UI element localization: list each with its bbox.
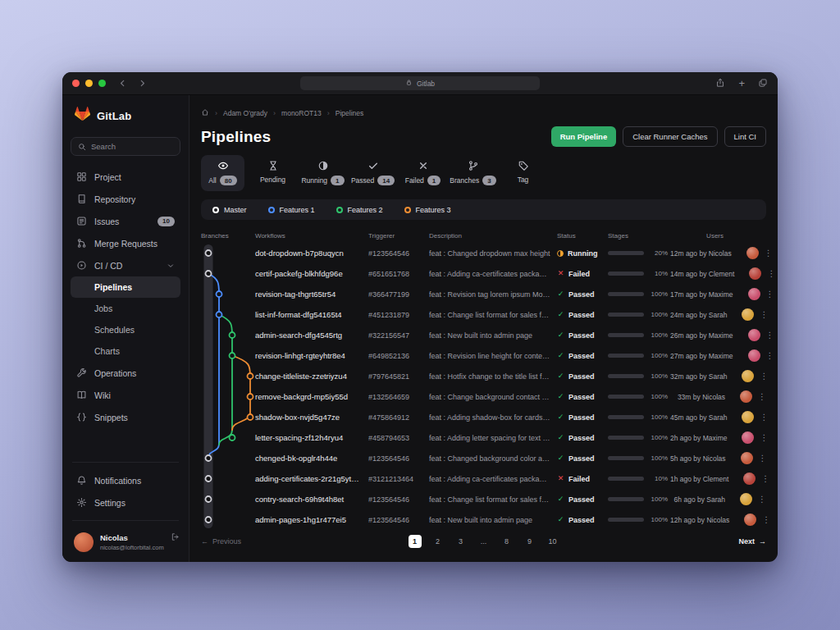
workflow-name[interactable]: remove-backgrd-mp5iy55d	[255, 392, 368, 401]
run-pipeline-button[interactable]: Run Pipeline	[551, 126, 617, 147]
page-number[interactable]: 9	[523, 535, 536, 548]
sidebar-item-issues[interactable]: Issues 10	[71, 210, 180, 232]
previous-page-button[interactable]: ←Previous	[201, 537, 241, 546]
page-number[interactable]: 8	[500, 535, 514, 548]
new-tab-button[interactable]: +	[738, 78, 745, 89]
logout-icon[interactable]	[171, 532, 180, 541]
table-row[interactable]: shadow-box-nvjd5g47ze #475864912 feat : …	[201, 407, 766, 427]
sidebar-item-wiki[interactable]: Wiki	[71, 384, 180, 406]
row-menu-button[interactable]: ⋮	[759, 454, 767, 463]
clear-runner-caches-button[interactable]: Clear Runner Caches	[623, 126, 717, 147]
breadcrumb-item-repo[interactable]: monoROT13	[281, 109, 322, 117]
brand[interactable]: GitLab	[71, 106, 180, 126]
triggerer-id[interactable]: #475864912	[368, 413, 429, 422]
table-row[interactable]: chenged-bk-opglr4h44e #123564546 feat : …	[201, 448, 766, 468]
row-menu-button[interactable]: ⋮	[758, 495, 766, 504]
row-menu-button[interactable]: ⋮	[761, 475, 769, 483]
table-row[interactable]: dot-dropdown-b7p8uqycn #123564546 feat :…	[201, 243, 766, 263]
maximize-window-button[interactable]	[98, 80, 106, 87]
triggerer-id[interactable]: #123564546	[368, 249, 429, 258]
tab-failed[interactable]: Failed1	[401, 155, 445, 191]
triggerer-id[interactable]: #3121213464	[368, 475, 429, 483]
home-icon[interactable]	[201, 108, 209, 118]
row-menu-button[interactable]: ⋮	[760, 372, 768, 381]
row-menu-button[interactable]: ⋮	[766, 352, 774, 360]
triggerer-id[interactable]: #451231879	[368, 311, 429, 319]
tab-all[interactable]: All80	[201, 155, 244, 191]
table-row[interactable]: admin-search-dfg4545rtg #322156547 feat …	[201, 325, 766, 345]
triggerer-id[interactable]: #797645821	[368, 372, 429, 381]
sidebar-item-merge-requests[interactable]: Merge Requests	[71, 232, 180, 254]
triggerer-id[interactable]: #458794653	[368, 434, 429, 442]
sidebar-item-settings[interactable]: Settings	[71, 491, 180, 514]
triggerer-id[interactable]: #123564546	[368, 516, 429, 524]
sidebar-item-charts[interactable]: Charts	[71, 340, 180, 362]
table-row[interactable]: admin-pages-1hg1r477ei5 #123564546 feat …	[201, 509, 766, 530]
workflow-name[interactable]: list-inf-format-dfg54165t4	[255, 310, 368, 319]
triggerer-id[interactable]: #132564659	[368, 393, 429, 401]
close-window-button[interactable]	[72, 80, 80, 87]
sidebar-item-repository[interactable]: Repository	[71, 188, 180, 210]
row-menu-button[interactable]: ⋮	[760, 434, 768, 442]
page-number[interactable]: 3	[454, 535, 468, 548]
branch-filter-master[interactable]: Master	[212, 206, 247, 214]
minimize-window-button[interactable]	[85, 80, 93, 87]
sidebar-item-notifications[interactable]: Notifications	[71, 469, 180, 491]
workflow-name[interactable]: dot-dropdown-b7p8uqycn	[255, 249, 368, 258]
browser-forward-button[interactable]	[138, 76, 147, 91]
row-menu-button[interactable]: ⋮	[765, 249, 773, 258]
table-row[interactable]: revision-tag-thgrt65tr54 #366477199 feat…	[201, 284, 766, 304]
workflow-name[interactable]: chenged-bk-opglr4h44e	[255, 454, 368, 463]
workflow-name[interactable]: admin-pages-1hg1r477ei5	[255, 515, 368, 524]
workflow-name[interactable]: adding-certificates-2r21g5yt77t	[255, 474, 368, 483]
table-row[interactable]: list-inf-format-dfg54165t4 #451231879 fe…	[201, 304, 766, 325]
next-page-button[interactable]: Next→	[738, 537, 766, 546]
row-menu-button[interactable]: ⋮	[767, 270, 775, 278]
row-menu-button[interactable]: ⋮	[758, 393, 766, 401]
workflow-name[interactable]: revision-tag-thgrt65tr54	[255, 290, 368, 299]
breadcrumb-item-page[interactable]: Pipelines	[336, 109, 364, 117]
triggerer-id[interactable]: #649852136	[368, 352, 429, 360]
search-box[interactable]	[71, 137, 180, 156]
sidebar-item-pipelines[interactable]: Pipelines	[71, 276, 180, 298]
user-profile[interactable]: Nicolas nicolas@loftorbital.com	[71, 527, 180, 554]
share-icon[interactable]	[715, 76, 725, 91]
page-number[interactable]: 2	[431, 535, 445, 548]
row-menu-button[interactable]: ⋮	[766, 331, 774, 340]
triggerer-id[interactable]: #322156547	[368, 331, 429, 340]
workflow-name[interactable]: revision-linhgt-rgteyhtr8e4	[255, 351, 368, 360]
workflow-name[interactable]: letter-spacing-zf12h4ryu4	[255, 433, 368, 442]
tab-branches[interactable]: Branches3	[451, 155, 495, 191]
table-row[interactable]: letter-spacing-zf12h4ryu4 #458794653 fea…	[201, 427, 766, 448]
sidebar-item-schedules[interactable]: Schedules	[71, 319, 180, 340]
search-input[interactable]	[91, 142, 173, 151]
table-row[interactable]: adding-certificates-2r21g5yt77t #3121213…	[201, 468, 766, 489]
sidebar-item-project[interactable]: Project	[71, 166, 180, 188]
branch-filter-features-3[interactable]: Features 3	[404, 206, 451, 214]
branch-filter-features-2[interactable]: Features 2	[336, 206, 383, 214]
workflow-name[interactable]: admin-search-dfg4545rtg	[255, 331, 368, 340]
row-menu-button[interactable]: ⋮	[766, 290, 774, 299]
row-menu-button[interactable]: ⋮	[762, 516, 770, 524]
triggerer-id[interactable]: #123564546	[368, 495, 429, 504]
triggerer-id[interactable]: #651651768	[368, 270, 429, 278]
lint-ci-button[interactable]: Lint CI	[724, 126, 766, 147]
tab-tag[interactable]: Tag	[501, 155, 545, 191]
sidebar-item-operations[interactable]: Operations	[71, 362, 180, 384]
table-row[interactable]: remove-backgrd-mp5iy55d #132564659 feat …	[201, 386, 766, 407]
row-menu-button[interactable]: ⋮	[760, 311, 768, 319]
workflow-name[interactable]: shadow-box-nvjd5g47ze	[255, 413, 368, 422]
sidebar-item-cicd[interactable]: CI / CD	[71, 254, 180, 276]
table-row[interactable]: contry-search-69h9t4h8et #123564546 feat…	[201, 489, 766, 509]
tab-passed[interactable]: Passed14	[351, 155, 395, 191]
sidebar-item-jobs[interactable]: Jobs	[71, 298, 180, 319]
page-number[interactable]: 1	[409, 535, 422, 548]
tabs-overview-icon[interactable]	[758, 76, 768, 91]
workflow-name[interactable]: certif-packefg-blkhfdg96e	[255, 269, 368, 278]
breadcrumb-item-user[interactable]: Adam O'grady	[223, 109, 267, 117]
table-row[interactable]: change-titleliste-zzetriyzu4 #797645821 …	[201, 366, 766, 386]
page-number[interactable]: 10	[546, 535, 559, 548]
browser-back-button[interactable]	[118, 76, 127, 91]
tab-running[interactable]: Running1	[301, 155, 345, 191]
address-bar[interactable]: Gitlab	[300, 76, 540, 90]
